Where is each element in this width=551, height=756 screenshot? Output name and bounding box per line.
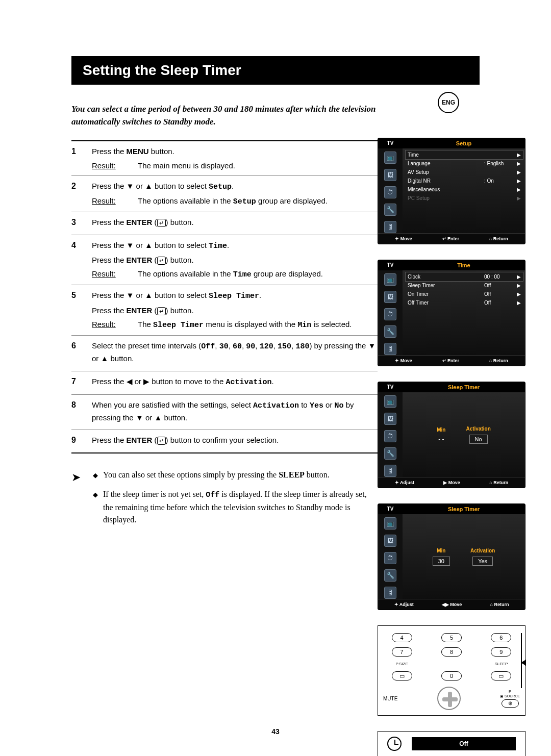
- osd-footer-hint: ↵ Enter: [442, 358, 460, 363]
- osd-menu-icon: 📺: [384, 395, 396, 408]
- osd-menu-row: Clock00 : 00▶: [406, 272, 523, 281]
- step-body: Press the ▼ or ▲ button to select Sleep …: [92, 289, 378, 331]
- osd-menu-icon: 🎛: [384, 587, 396, 599]
- osd-menu-icon: 🖼: [384, 535, 396, 547]
- remote-button: ▭: [491, 671, 511, 681]
- osd-tv-label: TV: [378, 382, 403, 392]
- osd-menu-row: Off TimerOff▶: [408, 298, 521, 307]
- osd-footer-hint: ▶ Move: [443, 480, 460, 485]
- osd-menu-icon: 🔧: [384, 569, 396, 582]
- remote-button: 9: [491, 647, 511, 657]
- osd-sidebar-icons: 📺🖼⏱🔧🎛: [378, 270, 403, 355]
- tip-item: If the sleep timer is not yet set, Off i…: [93, 488, 378, 526]
- remote-button-label: P.SIZE: [396, 662, 408, 666]
- osd-menu-icon: 📺: [384, 273, 396, 286]
- sleep-activation-value: Yes: [472, 557, 493, 566]
- step-number: 4: [71, 239, 92, 281]
- osd-menu-row: Time▶: [406, 150, 523, 159]
- osd-footer-hint: ↵ Enter: [442, 236, 460, 241]
- step-result: Result:The Sleep Timer menu is displayed…: [92, 318, 378, 331]
- sleep-min-label: Min: [433, 548, 450, 553]
- osd-menu-row: Sleep TimerOff▶: [408, 281, 521, 290]
- step-row: 4Press the ▼ or ▲ button to select Time.…: [71, 235, 378, 286]
- step-line: Press the ENTER (↵) button.: [92, 254, 378, 266]
- osd-footer: ✦ Adjust◀▶ Move⌂ Return: [378, 599, 525, 610]
- step-number: 7: [71, 375, 92, 390]
- remote-diagram: 456789P.SIZESLEEP▭0▭ MUTE P ▣ SOURCE ⊕: [378, 625, 525, 716]
- step-result: Result:The main menu is displayed.: [92, 160, 378, 171]
- step-line: Press the ▼ or ▲ button to select Time.: [92, 239, 378, 252]
- p-label: P: [500, 689, 520, 694]
- osd-title: Time: [403, 260, 525, 270]
- step-row: 3Press the ENTER (↵) button.: [71, 212, 378, 235]
- osd-time-panel: TV Time 📺🖼⏱🔧🎛 Clock00 : 00▶Sleep TimerOf…: [378, 260, 525, 366]
- osd-footer-hint: ⌂ Return: [489, 358, 508, 363]
- osd-footer: ✦ Move↵ Enter⌂ Return: [378, 233, 525, 244]
- step-row: 5Press the ▼ or ▲ button to select Sleep…: [71, 285, 378, 336]
- osd-menu-row: Language: English▶: [408, 159, 521, 168]
- osd-tv-label: TV: [378, 504, 403, 514]
- remote-button: 7: [392, 647, 412, 657]
- remote-button: 8: [441, 647, 462, 657]
- osd-sidebar-icons: 📺🖼⏱🔧🎛: [378, 514, 403, 599]
- step-number: 6: [71, 340, 92, 367]
- step-row: 8When you are satisfied with the setting…: [71, 395, 378, 431]
- sleep-min-value: - -: [437, 436, 445, 443]
- osd-menu-icon: 🔧: [384, 447, 396, 460]
- osd-menu-row: On TimerOff▶: [408, 290, 521, 298]
- sleep-activation-label: Activation: [466, 426, 490, 432]
- osd-menu-row: Digital NR: On▶: [408, 177, 521, 185]
- osd-footer-hint: ⌂ Return: [489, 236, 508, 241]
- remote-button: ▭: [392, 671, 412, 681]
- step-line: Press the ▼ or ▲ button to select Setup.: [92, 180, 378, 193]
- osd-sleep-panel-2: TV Sleep Timer 📺🖼⏱🔧🎛 Min 30 Activation Y…: [378, 503, 525, 610]
- osd-menu-row: PC Setup▶: [408, 194, 521, 203]
- step-row: 1Press the MENU button.Result:The main m…: [71, 141, 378, 176]
- osd-menu-icon: 🎛: [384, 221, 396, 233]
- remote-button-label: SLEEP: [494, 662, 508, 666]
- step-result: Result:The options available in the Setu…: [92, 195, 378, 208]
- osd-sidebar-icons: 📺🖼⏱🔧🎛: [378, 148, 403, 233]
- step-row: 2Press the ▼ or ▲ button to select Setup…: [71, 176, 378, 213]
- osd-menu-icon: 📺: [384, 152, 396, 164]
- step-line: When you are satisfied with the settings…: [92, 399, 378, 424]
- osd-menu-icon: ⏱: [384, 308, 396, 320]
- step-number: 3: [71, 216, 92, 230]
- osd-menu-icon: 🖼: [384, 169, 396, 181]
- page-number: 43: [0, 727, 551, 736]
- step-number: 9: [71, 434, 92, 448]
- osd-footer-hint: ⌂ Return: [490, 602, 509, 607]
- step-line: Press the ENTER (↵) button to confirm yo…: [92, 434, 378, 446]
- sleep-min-label: Min: [437, 427, 445, 433]
- mute-label: MUTE: [383, 696, 397, 701]
- dpad-icon: [437, 687, 461, 710]
- osd-menu-icon: 🎛: [384, 343, 396, 355]
- tips-block: ➤ You can also set these options simply …: [71, 469, 378, 534]
- osd-footer-hint: ✦ Adjust: [394, 602, 414, 607]
- source-label: ▣ SOURCE: [500, 694, 520, 698]
- step-line: Press the ENTER (↵) button.: [92, 216, 378, 228]
- step-body: Press the ◀ or ▶ button to move to the A…: [92, 375, 378, 390]
- callout-arrow-icon: [521, 660, 526, 666]
- osd-menu-row: Miscellaneous▶: [408, 185, 521, 194]
- step-row: 9Press the ENTER (↵) button to confirm y…: [71, 430, 378, 453]
- osd-menu-icon: 🔧: [384, 204, 396, 216]
- osd-footer: ✦ Adjust▶ Move⌂ Return: [378, 477, 525, 488]
- osd-menu-icon: 🖼: [384, 291, 396, 303]
- sleep-off-label: Off: [412, 737, 516, 750]
- osd-menu-icon: 🖼: [384, 413, 396, 425]
- osd-menu-icon: ⏱: [384, 186, 396, 198]
- step-number: 2: [71, 180, 92, 208]
- osd-footer-hint: ◀▶ Move: [442, 602, 462, 607]
- osd-menu-icon: 🔧: [384, 325, 396, 338]
- clock-icon: [387, 737, 402, 751]
- sleep-activation-value: No: [469, 435, 488, 444]
- remote-button: 4: [392, 633, 412, 642]
- section-title: Setting the Sleep Timer: [71, 56, 510, 85]
- osd-sidebar-icons: 📺🖼⏱🔧🎛: [378, 392, 403, 477]
- osd-footer-hint: ✦ Move: [395, 358, 412, 363]
- osd-footer-hint: ✦ Move: [395, 236, 412, 241]
- step-number: 5: [71, 289, 92, 331]
- step-body: Press the MENU button.Result:The main me…: [92, 145, 378, 171]
- tip-item: You can also set these options simply by…: [93, 469, 378, 482]
